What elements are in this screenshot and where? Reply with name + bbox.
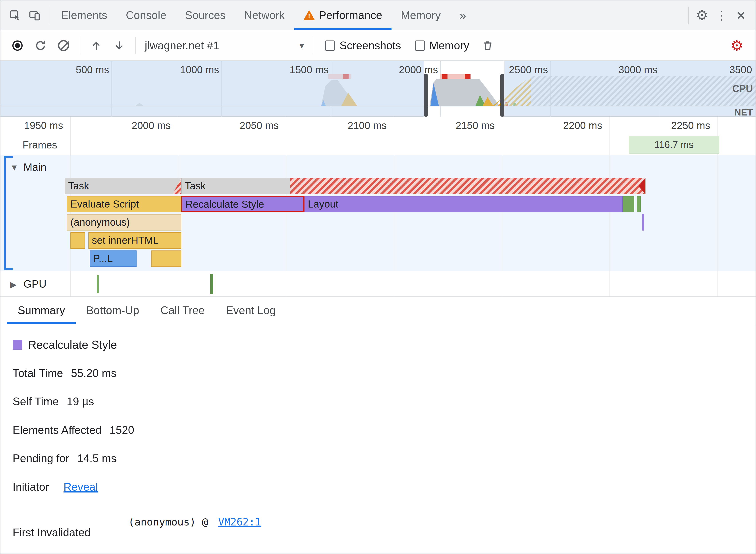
- script-sliver-bar[interactable]: [70, 232, 85, 249]
- memory-toggle[interactable]: Memory: [415, 39, 470, 52]
- frames-track-label: Frames: [22, 139, 57, 151]
- paint-bar[interactable]: [623, 196, 634, 212]
- set-innerhtml-bar[interactable]: set innerHTML: [88, 232, 181, 249]
- initiator-label: Initiator: [13, 481, 49, 493]
- screenshots-toggle[interactable]: Screenshots: [325, 39, 401, 52]
- selection-handle-left[interactable]: [424, 74, 428, 117]
- divider: [136, 37, 136, 54]
- initiator-reveal-link[interactable]: Reveal: [63, 481, 98, 493]
- tab-sources[interactable]: Sources: [176, 0, 235, 30]
- inspect-element-icon[interactable]: [5, 0, 25, 30]
- summary-row-label: Elements Affected: [13, 424, 102, 437]
- settings-gear-icon[interactable]: ⚙: [692, 8, 712, 22]
- overview-time-label: 3000 ms: [591, 64, 657, 76]
- ruler-label: 2200 ms: [540, 119, 602, 131]
- overview-time-label: 3500: [686, 64, 752, 76]
- summary-row: Elements Affected 1520: [13, 424, 134, 437]
- divider: [313, 37, 313, 54]
- record-button[interactable]: [7, 31, 28, 60]
- parse-html-bar[interactable]: P...L: [90, 251, 137, 267]
- summary-row-label: Pending for: [13, 452, 69, 465]
- divider: [80, 37, 80, 54]
- first-invalidated-label: First Invalidated: [13, 526, 91, 539]
- selection-handle-right[interactable]: [500, 74, 504, 117]
- tab-memory[interactable]: Memory: [391, 0, 450, 30]
- main-track-selection-bracket: [4, 156, 6, 270]
- tab-event-log[interactable]: Event Log: [215, 297, 286, 324]
- first-invalidated-value: (anonymous) @ VM262:1: [128, 516, 261, 528]
- gpu-track-label[interactable]: GPU: [23, 278, 47, 290]
- rendering-color-swatch: [13, 340, 22, 349]
- tab-call-tree[interactable]: Call Tree: [150, 297, 215, 324]
- summary-heading: Recalculate Style: [13, 338, 117, 351]
- script-sliver-bar[interactable]: [151, 251, 181, 267]
- paint-bar[interactable]: [637, 196, 641, 212]
- ruler-label: 2250 ms: [648, 119, 710, 131]
- summary-title: Recalculate Style: [28, 338, 117, 351]
- task-bar-long[interactable]: Task: [181, 178, 646, 194]
- tab-summary[interactable]: Summary: [7, 297, 76, 324]
- recalculate-style-bar-selected[interactable]: Recalculate Style: [181, 196, 304, 212]
- clear-recording-button[interactable]: [53, 31, 74, 60]
- memory-checkbox[interactable]: [415, 41, 425, 51]
- layout-bar[interactable]: Layout: [304, 196, 623, 212]
- trash-icon[interactable]: [477, 31, 498, 60]
- summary-row-value: 1520: [110, 424, 134, 437]
- tab-bottom-up[interactable]: Bottom-Up: [76, 297, 150, 324]
- summary-row: Pending for 14.5 ms: [13, 452, 117, 465]
- devtools-tab-bar: Elements Console Sources Network ! Perfo…: [0, 0, 756, 30]
- save-profile-icon[interactable]: [109, 31, 130, 60]
- main-track-selection-bracket-cap: [4, 156, 13, 158]
- tab-label: Performance: [319, 9, 382, 22]
- chevron-down-icon: ▾: [300, 40, 304, 51]
- profile-select-value: jlwagner.net #1: [145, 39, 219, 52]
- divider: [48, 7, 48, 24]
- frame-duration-chip[interactable]: 116.7 ms: [629, 136, 719, 154]
- capture-settings-gear-icon[interactable]: ⚙: [731, 39, 749, 53]
- performance-toolbar: jlwagner.net #1 ▾ Screenshots Memory ⚙: [0, 31, 756, 61]
- tab-console[interactable]: Console: [116, 0, 175, 30]
- summary-row-value: 19 µs: [67, 395, 94, 408]
- tab-label: Sources: [185, 9, 225, 22]
- load-profile-icon[interactable]: [86, 31, 107, 60]
- tab-performance[interactable]: ! Performance: [294, 0, 391, 30]
- summary-pane: Recalculate Style Total Time 55.20 ms Se…: [0, 324, 756, 554]
- main-track-selection-bracket-cap: [4, 268, 13, 270]
- overview-time-label: 1000 ms: [153, 64, 219, 76]
- kebab-menu-icon[interactable]: ⋮: [712, 9, 731, 21]
- anonymous-call-bar[interactable]: (anonymous): [67, 214, 181, 230]
- first-invalidated-source-link[interactable]: VM262:1: [218, 516, 261, 528]
- tab-network[interactable]: Network: [235, 0, 294, 30]
- timeline-overview[interactable]: 500 ms 1000 ms 1500 ms 2000 ms 2500 ms 3…: [0, 61, 756, 117]
- tab-label: Elements: [61, 9, 107, 22]
- task-bar[interactable]: Task: [65, 178, 181, 194]
- summary-row-label: Self Time: [13, 395, 59, 408]
- gpu-expander-icon[interactable]: ▶: [10, 280, 16, 289]
- style-recalc-sliver[interactable]: [642, 214, 644, 230]
- reload-and-record-button[interactable]: [30, 31, 51, 60]
- ruler-label: 2000 ms: [109, 119, 171, 131]
- overview-time-label: 1500 ms: [262, 64, 329, 76]
- drawer-tab-bar: Summary Bottom-Up Call Tree Event Log: [0, 296, 756, 324]
- device-toolbar-icon[interactable]: [25, 0, 44, 30]
- main-track-label[interactable]: Main: [23, 161, 47, 173]
- long-task-warning-wedge: [173, 178, 181, 194]
- profile-select[interactable]: jlwagner.net #1 ▾: [145, 39, 304, 52]
- overview-time-label: 500 ms: [43, 64, 109, 76]
- tab-elements[interactable]: Elements: [52, 0, 116, 30]
- memory-label: Memory: [429, 39, 470, 52]
- close-icon[interactable]: ×: [731, 7, 751, 23]
- ruler-label: 2100 ms: [325, 119, 387, 131]
- summary-row: Initiator Reveal: [13, 481, 98, 493]
- evaluate-script-bar[interactable]: Evaluate Script: [67, 196, 181, 212]
- warning-icon: !: [304, 10, 315, 20]
- net-label: NET: [734, 107, 753, 118]
- main-expander-icon[interactable]: ▼: [10, 163, 18, 172]
- divider: [688, 7, 689, 24]
- summary-row-value: 55.20 ms: [71, 367, 117, 380]
- screenshots-checkbox[interactable]: [325, 41, 335, 51]
- summary-row-label: Total Time: [13, 367, 63, 380]
- overview-time-label: 2500 ms: [482, 64, 548, 76]
- devtools-window: Elements Console Sources Network ! Perfo…: [0, 0, 756, 554]
- more-tabs-icon[interactable]: »: [450, 0, 476, 30]
